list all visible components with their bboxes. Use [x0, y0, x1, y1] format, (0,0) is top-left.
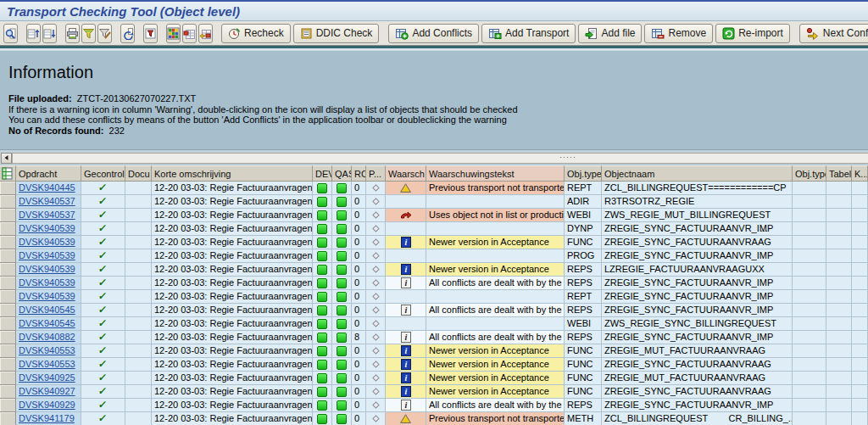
transport-request-link[interactable]: DVSK940539	[19, 223, 75, 233]
row-selector-button[interactable]	[0, 222, 16, 236]
select-all-corner-button[interactable]	[0, 165, 16, 182]
row-selector-button[interactable]	[0, 263, 16, 277]
warning-icon-cell[interactable]: i	[386, 277, 426, 290]
warning-icon-cell[interactable]	[386, 182, 426, 195]
transport-request-link[interactable]: DVSK940925	[19, 372, 75, 383]
column-header-k-14[interactable]: K...	[852, 165, 868, 182]
warning-icon-cell[interactable]: i	[386, 236, 426, 249]
change-layout-button[interactable]	[182, 24, 197, 43]
add-transport-button[interactable]: Add Transport	[481, 24, 576, 43]
transport-request-link[interactable]: DVSK940545	[19, 318, 75, 328]
scrollbar-grip-dots[interactable]: ·····	[559, 153, 576, 161]
column-header-qas-5[interactable]: QAS	[332, 165, 352, 182]
transport-request-link[interactable]: DVSK941179	[19, 413, 75, 423]
warning-icon-cell[interactable]: i	[386, 385, 426, 399]
row-selector-button[interactable]	[0, 195, 16, 209]
warning-icon-cell[interactable]: i	[386, 372, 426, 385]
add-file-button[interactable]: Add file	[578, 24, 642, 43]
info-blue-icon[interactable]: i	[401, 264, 411, 275]
choose-layout-button[interactable]	[166, 24, 181, 43]
scroll-left-button[interactable]	[1, 153, 12, 164]
details-button[interactable]	[3, 24, 18, 43]
column-header-objtype-12[interactable]: Obj.type	[793, 165, 826, 182]
transport-request-link[interactable]: DVSK940882	[19, 332, 75, 342]
row-selector-button[interactable]	[0, 344, 16, 358]
column-header-rc-6[interactable]: RC	[352, 165, 366, 182]
set-filter-button[interactable]	[81, 24, 96, 43]
row-selector-button[interactable]	[0, 209, 16, 222]
warning-icon-cell[interactable]: i	[386, 263, 426, 277]
sort-descending-button[interactable]	[42, 24, 57, 43]
refresh-button[interactable]	[120, 24, 135, 43]
print-button[interactable]	[65, 24, 80, 43]
warning-icon-cell[interactable]: i	[386, 344, 426, 358]
info-blue-icon[interactable]: i	[401, 386, 411, 397]
row-selector-button[interactable]	[0, 412, 16, 425]
info-blue-icon[interactable]: i	[401, 372, 411, 383]
warning-triangle-icon[interactable]	[400, 183, 411, 193]
info-blue-icon[interactable]: i	[401, 345, 411, 356]
row-selector-button[interactable]	[0, 182, 16, 195]
column-header-dev-4[interactable]: DEV	[313, 165, 332, 182]
info-blue-icon[interactable]: i	[401, 237, 411, 248]
sort-ascending-button[interactable]	[26, 24, 41, 43]
delete-filter-button[interactable]	[97, 24, 112, 43]
column-header-p-7[interactable]: P...	[366, 165, 386, 182]
remove-button[interactable]: Remove	[644, 24, 713, 43]
transport-request-link[interactable]: DVSK940927	[19, 386, 75, 396]
row-selector-button[interactable]	[0, 399, 16, 412]
column-header-waarschuwingstekst-9[interactable]: Waarschuwingstekst	[426, 165, 565, 182]
info-white-icon[interactable]: i	[401, 277, 411, 288]
cancel-view-button[interactable]	[143, 24, 158, 43]
row-selector-button[interactable]	[0, 236, 16, 249]
column-header-objtype-10[interactable]: Obj.type	[565, 165, 602, 182]
warning-icon-cell[interactable]: i	[386, 304, 426, 317]
next-conflict-button[interactable]: Next Conflict	[799, 24, 868, 43]
warning-icon-cell[interactable]: i	[386, 331, 426, 344]
column-header-docu-2[interactable]: Docu	[125, 165, 152, 182]
ddic-check-button[interactable]: DDIC Check	[293, 24, 380, 43]
transport-request-link[interactable]: DVSK940539	[19, 264, 75, 274]
row-selector-button[interactable]	[0, 304, 16, 317]
scrollbar-track[interactable]: ·····	[12, 153, 868, 164]
transport-request-link[interactable]: DVSK940929	[19, 400, 75, 410]
transport-request-link[interactable]: DVSK940445	[19, 182, 75, 193]
recheck-button[interactable]: Recheck	[221, 24, 291, 43]
info-white-icon[interactable]: i	[401, 400, 411, 411]
warning-icon-cell[interactable]	[386, 412, 426, 425]
transport-request-link[interactable]: DVSK940553	[19, 359, 75, 369]
row-selector-button[interactable]	[0, 372, 16, 385]
row-selector-button[interactable]	[0, 385, 16, 399]
re-import-button[interactable]: Re-import	[715, 24, 790, 43]
transport-request-link[interactable]: DVSK940537	[19, 196, 75, 206]
info-white-icon[interactable]: i	[401, 305, 411, 316]
row-selector-button[interactable]	[0, 277, 16, 290]
column-header-waarsch-8[interactable]: Waarsch	[386, 165, 426, 182]
transport-request-link[interactable]: DVSK940539	[19, 291, 75, 301]
row-selector-button[interactable]	[0, 317, 16, 331]
warning-icon-cell[interactable]: i	[386, 358, 426, 372]
warning-icon-cell[interactable]: i	[386, 399, 426, 412]
column-header-objectnaam-11[interactable]: Objectnaam	[602, 165, 793, 182]
row-selector-button[interactable]	[0, 331, 16, 344]
transport-request-link[interactable]: DVSK940553	[19, 345, 75, 355]
warning-icon-cell[interactable]	[386, 209, 426, 222]
column-header-tabel-13[interactable]: Tabel	[826, 165, 852, 182]
info-white-icon[interactable]: i	[401, 332, 411, 343]
transport-request-link[interactable]: DVSK940539	[19, 277, 75, 288]
transport-request-link[interactable]: DVSK940537	[19, 210, 75, 220]
row-selector-button[interactable]	[0, 358, 16, 372]
row-selector-button[interactable]	[0, 290, 16, 304]
column-header-korteomschrijving-3[interactable]: Korte omschrijving	[152, 165, 313, 182]
add-conflicts-button[interactable]: Add Conflicts	[388, 24, 479, 43]
warning-triangle-icon[interactable]	[400, 414, 411, 423]
transport-request-link[interactable]: DVSK940539	[19, 250, 75, 260]
transport-request-link[interactable]: DVSK940545	[19, 305, 75, 315]
transport-request-link[interactable]: DVSK940539	[19, 237, 75, 247]
column-header-gecontrol-1[interactable]: Gecontrol.	[81, 165, 125, 182]
row-selector-button[interactable]	[0, 249, 16, 263]
info-blue-icon[interactable]: i	[401, 359, 411, 370]
red-arrows-icon[interactable]	[400, 210, 412, 221]
save-layout-button[interactable]	[198, 24, 213, 43]
column-header-opdracht-0[interactable]: Opdracht	[16, 165, 81, 182]
